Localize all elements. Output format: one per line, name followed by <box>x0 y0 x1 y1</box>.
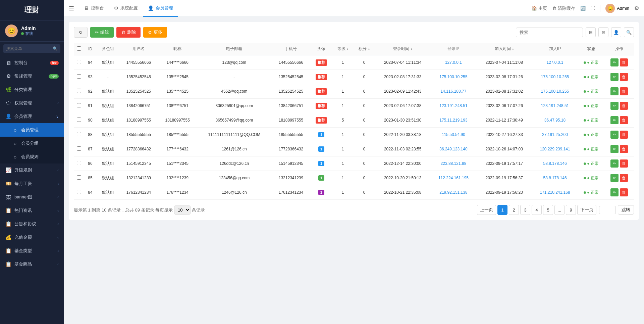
join-ip-link[interactable]: 27.191.25.200 <box>542 132 568 137</box>
page-btn-2[interactable]: 2 <box>509 205 519 215</box>
login-ip-link[interactable]: 223.88.121.88 <box>441 161 467 166</box>
page-btn-4[interactable]: 4 <box>532 205 542 215</box>
sidebar-item-recharge[interactable]: 💰 充值金额 ‹ <box>0 231 64 244</box>
sidebar-item-salary[interactable]: 💴 每月工资 ‹ <box>0 177 64 190</box>
join-ip-link[interactable]: 175.100.10.255 <box>541 75 569 79</box>
sidebar-item-dashboard[interactable]: 🖥 控制台 hot <box>0 56 64 70</box>
row-checkbox[interactable] <box>77 161 81 165</box>
edit-row-btn[interactable]: ✏ <box>610 188 619 196</box>
login-ip-link[interactable]: 115.53.54.90 <box>442 132 465 137</box>
admin-user[interactable]: 😊 Admin <box>605 4 629 13</box>
join-ip-link[interactable]: 58.8.178.146 <box>543 176 567 180</box>
join-ip-link[interactable]: 171.210.241.168 <box>540 190 570 195</box>
delete-button[interactable]: 🗑 删除 <box>116 27 141 38</box>
sidebar-item-general[interactable]: ⚙ 常规管理 new <box>0 70 64 83</box>
delete-row-btn[interactable]: 🗑 <box>620 159 628 168</box>
row-checkbox[interactable] <box>77 146 81 151</box>
delete-row-btn[interactable]: 🗑 <box>620 131 628 139</box>
join-ip-link[interactable]: 127.0.0.1 <box>547 60 564 65</box>
page-btn-1[interactable]: 1 <box>497 205 507 215</box>
col-points[interactable]: 积分 ↕ <box>354 43 375 55</box>
search-input[interactable] <box>3 44 60 53</box>
row-checkbox[interactable] <box>77 190 81 194</box>
edit-row-btn[interactable]: ✏ <box>610 131 619 139</box>
page-goto-btn[interactable]: 跳转 <box>618 205 634 215</box>
sidebar-item-notice[interactable]: 📋 公告和协议 ‹ <box>0 217 64 231</box>
row-checkbox[interactable] <box>77 118 81 122</box>
login-ip-link[interactable]: 123.191.248.51 <box>439 103 467 108</box>
table-search-input[interactable] <box>516 28 583 37</box>
col-join-time[interactable]: 加入时间 ↕ <box>477 43 532 55</box>
join-ip-link[interactable]: 175.100.10.255 <box>541 89 569 94</box>
login-ip-link[interactable]: 14.116.188.77 <box>441 89 467 94</box>
refresh-button[interactable]: ↻ <box>74 27 88 38</box>
edit-row-btn[interactable]: ✏ <box>610 87 619 95</box>
settings-icon[interactable]: ⚙ <box>634 5 639 11</box>
join-ip-link[interactable]: 58.8.178.146 <box>543 161 567 166</box>
page-btn-3[interactable]: 3 <box>520 205 530 215</box>
clear-cache-action[interactable]: 🗑 清除缓存 <box>552 5 575 11</box>
delete-row-btn[interactable]: 🗑 <box>620 174 628 182</box>
sidebar-item-fund2[interactable]: 📋 基金商品 ‹ <box>0 258 64 271</box>
page-btn-9[interactable]: 9 <box>566 205 576 215</box>
sidebar-item-banner[interactable]: 🖼 banner图 ‹ <box>0 190 64 204</box>
tab-sysconfig[interactable]: ⚙ 系统配置 <box>109 0 143 17</box>
filter-icon[interactable]: 👤 <box>611 27 621 37</box>
edit-row-btn[interactable]: ✏ <box>610 58 619 66</box>
refresh-action[interactable]: 🔄 <box>580 6 586 11</box>
edit-row-btn[interactable]: ✏ <box>610 102 619 110</box>
sidebar-item-permission[interactable]: 🛡 权限管理 ‹ <box>0 96 64 110</box>
row-checkbox[interactable] <box>77 103 81 107</box>
page-size-select[interactable]: 10 20 50 <box>174 205 191 215</box>
row-checkbox[interactable] <box>77 175 81 180</box>
prev-page-btn[interactable]: 上一页 <box>477 205 496 215</box>
login-ip-link[interactable]: 112.224.161.195 <box>438 176 469 180</box>
tab-dashboard[interactable]: 🖥 控制台 <box>79 0 109 17</box>
fullscreen-action[interactable]: ⛶ <box>591 6 595 11</box>
column-toggle-icon[interactable]: ⊟ <box>598 27 608 37</box>
login-ip-link[interactable]: 36.249.123.140 <box>439 147 467 151</box>
edit-row-btn[interactable]: ✏ <box>610 116 619 124</box>
delete-row-btn[interactable]: 🗑 <box>620 58 628 66</box>
sidebar-item-member-group[interactable]: ○ 会员分组 <box>0 137 64 150</box>
table-view-icon[interactable]: ⊞ <box>586 27 596 37</box>
edit-row-btn[interactable]: ✏ <box>610 159 619 168</box>
login-ip-link[interactable]: 175.11.219.193 <box>439 118 467 123</box>
col-grade[interactable]: 等级 ↕ <box>332 43 354 55</box>
sidebar-item-category[interactable]: 🌿 分类管理 <box>0 83 64 96</box>
join-ip-link[interactable]: 120.229.239.141 <box>540 147 570 151</box>
row-checkbox[interactable] <box>77 74 81 79</box>
join-ip-link[interactable]: 36.47.95.18 <box>544 118 566 123</box>
sidebar-item-member-manage[interactable]: ○ 会员管理 <box>0 123 64 137</box>
next-page-btn[interactable]: 下一页 <box>577 205 596 215</box>
page-goto-input[interactable] <box>599 206 616 214</box>
page-btn-5[interactable]: 5 <box>543 205 553 215</box>
select-all-checkbox[interactable] <box>77 46 81 51</box>
login-ip-link[interactable]: 175.100.10.255 <box>439 75 467 79</box>
delete-row-btn[interactable]: 🗑 <box>620 188 628 196</box>
sidebar-item-member[interactable]: 👤 会员管理 ∨ <box>0 110 64 123</box>
join-ip-link[interactable]: 123.191.248.51 <box>541 103 569 108</box>
menu-toggle-icon[interactable]: ☰ <box>69 5 74 12</box>
sidebar-item-member-rule[interactable]: ○ 会员规则 <box>0 150 64 164</box>
row-checkbox[interactable] <box>77 89 81 93</box>
edit-button[interactable]: ✏ 编辑 <box>90 27 114 38</box>
row-checkbox[interactable] <box>77 132 81 136</box>
search-btn-icon[interactable]: 🔍 <box>624 27 634 37</box>
delete-row-btn[interactable]: 🗑 <box>620 145 628 153</box>
sidebar-item-upgrade[interactable]: 📈 升级规则 ‹ <box>0 164 64 177</box>
delete-row-btn[interactable]: 🗑 <box>620 102 628 110</box>
col-login-time[interactable]: 登录时间 ↕ <box>375 43 430 55</box>
row-checkbox[interactable] <box>77 60 81 64</box>
sidebar-item-fund[interactable]: 📋 基金类型 ‹ <box>0 244 64 258</box>
edit-row-btn[interactable]: ✏ <box>610 73 619 81</box>
delete-row-btn[interactable]: 🗑 <box>620 87 628 95</box>
sidebar-item-news[interactable]: 📋 热门资讯 ‹ <box>0 204 64 217</box>
login-ip-link[interactable]: 219.92.151.138 <box>439 190 467 195</box>
edit-row-btn[interactable]: ✏ <box>610 174 619 182</box>
more-button[interactable]: ⚙ 更多 <box>143 27 167 38</box>
tab-member[interactable]: 👤 会员管理 <box>143 0 178 17</box>
edit-row-btn[interactable]: ✏ <box>610 145 619 153</box>
delete-row-btn[interactable]: 🗑 <box>620 116 628 124</box>
login-ip-link[interactable]: 127.0.0.1 <box>445 60 462 65</box>
